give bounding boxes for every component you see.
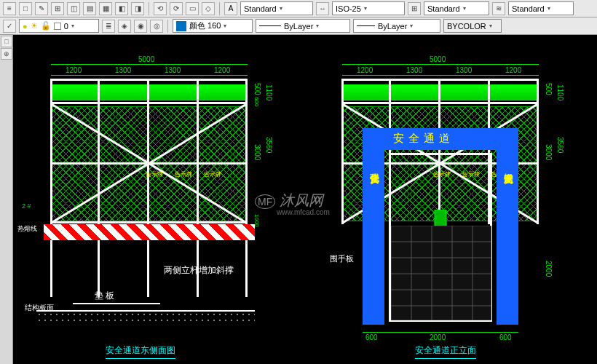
linetype-dropdown[interactable]: ByLayer ▾ [256, 19, 350, 33]
tool-icon-7[interactable]: ◧ [115, 2, 128, 15]
dim-2: 2 # [22, 202, 31, 210]
dim-line [51, 75, 248, 76]
tool-icon-11[interactable]: ▭ [186, 2, 199, 15]
dim-3560-r: 3560 [556, 137, 564, 153]
dim-1300-r: 1300 [456, 66, 472, 74]
pad-label: 垫 板 [95, 290, 114, 302]
linetype-value: ByLayer [284, 22, 313, 31]
side-tool-1[interactable]: □ [1, 36, 12, 47]
dim-1000: 1000 [253, 214, 260, 227]
dim-2000-r: 2000 [545, 261, 553, 277]
lineweight-value: ByLayer [378, 22, 407, 31]
table-style-value: Standard [427, 4, 460, 13]
chevron-down-icon: ▾ [280, 5, 282, 12]
tool-icon-6[interactable]: ▦ [99, 2, 112, 15]
dim-1200-r: 1200 [357, 66, 373, 74]
tool-icon-4[interactable]: ◫ [67, 2, 80, 15]
watermark: MF 沐风网 [255, 191, 323, 210]
top-green-band-left [51, 84, 248, 100]
tool-icon-9[interactable]: ⟲ [154, 2, 167, 15]
layer-state-icon[interactable]: ✓ [3, 20, 16, 33]
text-style-icon[interactable]: A [224, 2, 237, 15]
properties-toolbar: ✓ ● ☀ 🔓 0 ▾ ≣ ◈ ◉ ◎ 颜色 160 ▾ ByLayer ▾ B… [0, 17, 597, 35]
tool-icon-12[interactable]: ◇ [202, 2, 215, 15]
dim-3560: 3560 [265, 137, 273, 153]
layer-icon[interactable]: ≡ [3, 2, 16, 15]
dim-600: 600 [253, 97, 260, 106]
tool-icon-10[interactable]: ⟳ [170, 2, 183, 15]
right-title: 安全通道正立面 [415, 344, 476, 359]
dim-1300: 1300 [115, 66, 131, 74]
layer-tool-4[interactable]: ◎ [150, 20, 163, 33]
dim-line [342, 64, 539, 65]
layer-dropdown[interactable]: ● ☀ 🔓 0 ▾ [19, 19, 99, 33]
dim-line [51, 64, 248, 65]
watermark-text: 沐风网 [280, 192, 323, 208]
chevron-down-icon: ▾ [410, 23, 413, 29]
dim-1300-r: 1300 [406, 66, 422, 74]
linetype-preview [259, 25, 281, 26]
tool-icon-5[interactable]: ▤ [83, 2, 96, 15]
handrail-note: 围手板 [330, 253, 354, 264]
tool-icon-3[interactable]: ⊞ [51, 2, 64, 15]
chevron-down-icon: ▾ [71, 23, 74, 29]
rail [341, 79, 539, 81]
sign-left-post [363, 150, 384, 325]
chevron-down-icon: ▾ [489, 23, 492, 29]
sign-label-1: 告示牌 [146, 170, 163, 178]
dim-1100-r: 1100 [556, 84, 564, 100]
ml-style-dropdown[interactable]: Standard ▾ [508, 1, 574, 15]
floor-grid [391, 226, 491, 320]
dim-1200: 1200 [214, 66, 230, 74]
tool-icon-8[interactable]: ◨ [131, 2, 144, 15]
ground-hatch [36, 310, 255, 323]
layer-tool-2[interactable]: ◈ [118, 20, 131, 33]
chevron-down-icon: ▾ [463, 5, 466, 12]
tool-icon-2[interactable]: ✎ [35, 2, 48, 15]
color-swatch [176, 21, 186, 31]
chevron-down-icon: ▾ [547, 5, 550, 12]
plotstyle-value: BYCOLOR [447, 22, 486, 31]
chevron-down-icon: ▾ [364, 5, 367, 12]
watermark-logo-icon: MF [255, 194, 275, 209]
layer-name: 0 [64, 22, 68, 31]
color-dropdown[interactable]: 颜色 160 ▾ [173, 19, 253, 33]
side-tool-2[interactable]: ⊕ [1, 48, 12, 60]
rail [50, 79, 248, 81]
table-style-dropdown[interactable]: Standard ▾ [424, 1, 489, 15]
text-style-dropdown[interactable]: Standard ▾ [240, 1, 313, 15]
dim-3000: 3000 [253, 144, 261, 160]
drawing-canvas[interactable]: □ ⊕ 5000 1200 1300 1300 1200 告示牌 告示牌 告示牌… [0, 35, 597, 364]
sign-label-3: 告示牌 [204, 170, 221, 178]
style-toolbar: ≡ □ ✎ ⊞ ◫ ▤ ▦ ◧ ◨ ⟲ ⟳ ▭ ◇ A Standard ▾ ↔… [0, 0, 597, 17]
dim-line [363, 332, 518, 333]
plotstyle-dropdown[interactable]: BYCOLOR ▾ [443, 19, 502, 33]
dim-1200-r: 1200 [505, 66, 521, 74]
dim-1100: 1100 [265, 84, 273, 100]
ml-style-icon[interactable]: ≋ [492, 2, 505, 15]
tool-icon-1[interactable]: □ [19, 2, 32, 15]
pad-line [73, 303, 160, 304]
chevron-down-icon: ▾ [224, 23, 226, 29]
dim-line [342, 75, 539, 76]
separator [219, 2, 220, 15]
lock-icon: 🔓 [41, 21, 51, 31]
sign-right-post [497, 150, 518, 325]
both-sides-note: 两侧立杆增加斜撑 [164, 264, 234, 277]
dim-600-b1: 600 [365, 333, 378, 341]
side-toolbar: □ ⊕ [0, 35, 13, 364]
ml-style-value: Standard [512, 4, 545, 13]
hot-line-label: 热熔线 [17, 224, 37, 234]
dim-5000-r: 5000 [430, 55, 446, 63]
layer-tool-3[interactable]: ◉ [134, 20, 147, 33]
left-title: 安全通道东侧面图 [106, 344, 175, 359]
lineweight-dropdown[interactable]: ByLayer ▾ [353, 19, 440, 33]
top-green-band-right [342, 84, 539, 100]
bracing-svg [50, 103, 248, 223]
layer-color-swatch [54, 23, 61, 30]
dim-style-icon[interactable]: ↔ [316, 2, 329, 15]
table-style-icon[interactable]: ⊞ [408, 2, 421, 15]
dim-style-dropdown[interactable]: ISO-25 ▾ [332, 1, 405, 15]
dim-600-b2: 600 [499, 333, 512, 341]
layer-tool-1[interactable]: ≣ [102, 20, 115, 33]
